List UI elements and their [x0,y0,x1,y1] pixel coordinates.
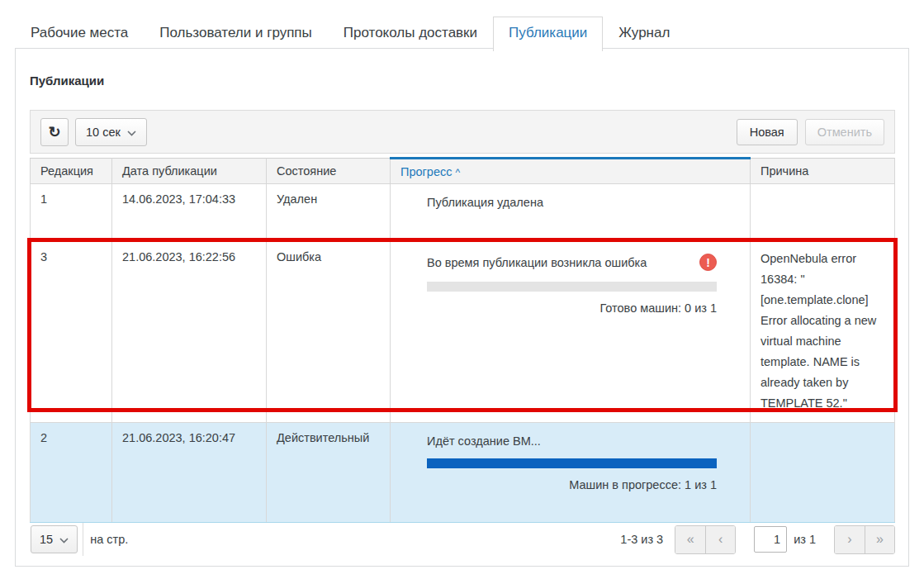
column-header-progress-label: Прогресс [400,165,452,178]
pager-group-back: « ‹ [675,525,736,554]
cell-revision: 3 [31,242,112,423]
tab-bar: Рабочие места Пользователи и группы Прот… [15,17,685,50]
cell-date: 21.06.2023, 16:20:47 [112,423,267,523]
column-header-reason[interactable]: Причина [751,159,895,184]
new-publication-button[interactable]: Новая [737,119,798,145]
refresh-button[interactable]: ↻ [40,118,69,146]
chevron-down-icon [59,533,69,546]
cell-progress: Идёт создание ВМ... Машин в прогрессе: 1… [391,423,751,523]
error-icon[interactable]: ! [699,254,717,271]
cell-state: Удален [267,184,391,242]
progress-caption: Готово машин: 0 из 1 [427,301,717,315]
table-header-row: Редакция Дата публикации Состояние Прогр… [31,159,895,184]
column-header-state[interactable]: Состояние [267,159,391,184]
cell-revision: 2 [31,423,112,523]
progress-bar-fill [427,458,717,468]
publications-table: Редакция Дата публикации Состояние Прогр… [30,157,895,523]
first-page-button[interactable]: « [675,526,705,553]
pager: 1-3 из 3 « ‹ из 1 › » [620,525,895,554]
progress-bar [427,282,717,292]
next-page-button[interactable]: › [835,526,865,553]
tab-publications[interactable]: Публикации [493,17,603,51]
cell-state: Ошибка [267,242,391,423]
cancel-publication-button[interactable]: Отменить [805,119,884,145]
progress-caption: Машин в прогрессе: 1 из 1 [427,478,717,491]
table-row-selected[interactable]: 2 21.06.2023, 16:20:47 Действительный Ид… [31,423,895,523]
cell-date: 21.06.2023, 16:22:56 [112,242,267,423]
table-row[interactable]: 3 21.06.2023, 16:22:56 Ошибка Во время п… [31,242,895,423]
pager-group-forward: › » [834,525,895,554]
progress-status-text: Идёт создание ВМ... [427,434,541,448]
progress-status-text: Публикация удалена [427,196,543,209]
page-size-value: 15 [40,533,53,546]
per-page-label: на стр. [90,533,128,546]
page-number-input[interactable] [754,526,787,553]
cell-reason [751,423,895,523]
cell-date: 14.06.2023, 17:04:33 [112,184,267,242]
tab-workplaces[interactable]: Рабочие места [15,17,144,50]
cell-reason [751,184,895,242]
page-count-label: из 1 [794,533,816,546]
cell-reason: OpenNebula error 16384: " [one.template.… [751,242,895,423]
progress-bar [427,458,717,468]
table-row[interactable]: 1 14.06.2023, 17:04:33 Удален Публикация… [31,184,895,242]
last-page-button[interactable]: » [865,526,894,553]
column-header-progress[interactable]: Прогресс^ [391,159,751,184]
column-header-revision[interactable]: Редакция [31,159,112,184]
footer-divider [83,523,83,556]
table-footer: 15 на стр. 1-3 из 3 « ‹ из 1 › » [30,523,895,556]
range-label: 1-3 из 3 [620,533,663,546]
tab-delivery-protocols[interactable]: Протоколы доставки [328,17,493,50]
toolbar-actions: Новая Отменить [737,119,884,145]
refresh-interval-dropdown[interactable]: 10 сек [75,118,147,146]
cell-revision: 1 [31,184,112,242]
prev-page-button[interactable]: ‹ [705,526,735,553]
publications-panel: Публикации ↻ 10 сек Новая Отменить Ре [15,48,909,567]
sort-ascending-icon: ^ [455,167,460,178]
refresh-interval-value: 10 сек [86,126,121,139]
cell-state: Действительный [267,423,391,523]
tab-journal[interactable]: Журнал [603,17,685,50]
tab-users-groups[interactable]: Пользователи и группы [144,17,328,50]
chevron-down-icon [127,126,136,139]
progress-status-text: Во время публикации возникла ошибка [427,256,647,269]
table-toolbar: ↻ 10 сек Новая Отменить [30,110,895,154]
page-size-dropdown[interactable]: 15 [31,525,78,553]
cell-progress: Публикация удалена [391,184,751,242]
refresh-icon: ↻ [48,123,60,141]
cell-progress: Во время публикации возникла ошибка ! Го… [391,242,751,423]
column-header-date[interactable]: Дата публикации [112,159,267,184]
page-title: Публикации [30,74,895,88]
